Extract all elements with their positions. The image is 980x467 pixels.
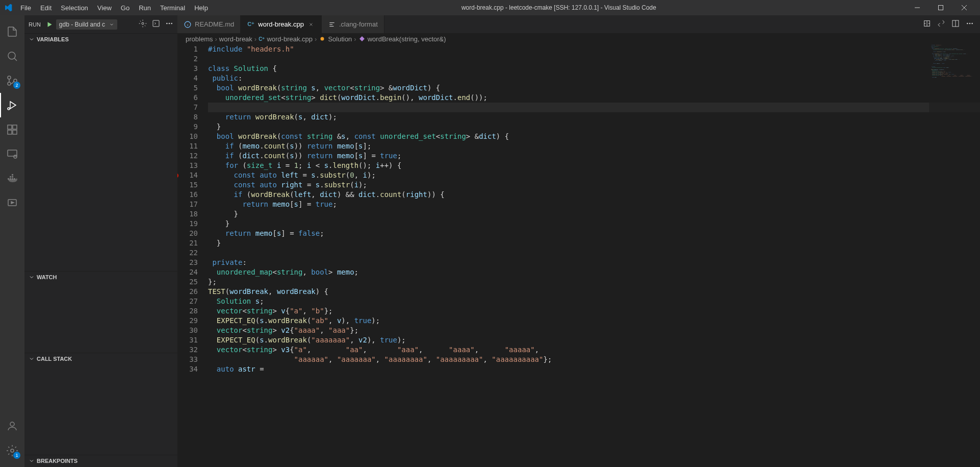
variables-panel: VARIABLES [24, 33, 177, 271]
svg-marker-21 [47, 22, 51, 27]
svg-rect-12 [13, 125, 17, 129]
scm-tab[interactable]: 2 [0, 68, 24, 93]
live-share-tab[interactable] [0, 191, 24, 215]
minimap[interactable]: #include "headers.h" class Solution { pu… [929, 44, 980, 467]
callstack-header[interactable]: CALL STACK [24, 353, 177, 364]
svg-point-39 [967, 23, 968, 24]
tab-icon [184, 20, 192, 29]
svg-point-4 [8, 52, 15, 59]
svg-marker-9 [10, 102, 16, 109]
gear-icon[interactable] [139, 19, 147, 29]
start-debug-button[interactable] [46, 21, 53, 28]
svg-line-5 [14, 58, 17, 61]
svg-point-6 [8, 76, 11, 79]
tab-README-md[interactable]: README.md [177, 15, 241, 33]
svg-rect-1 [939, 6, 943, 10]
breadcrumb-item[interactable]: word-break [219, 35, 252, 43]
menu-go[interactable]: Go [117, 2, 134, 14]
search-tab[interactable] [0, 44, 24, 68]
breadcrumb-item[interactable]: problems [186, 35, 213, 43]
callstack-panel: CALL STACK [24, 353, 177, 455]
window-controls [906, 0, 976, 15]
extensions-tab[interactable] [0, 117, 24, 142]
tab-icon [328, 20, 336, 29]
svg-point-25 [169, 23, 170, 24]
svg-point-7 [8, 82, 11, 85]
tab-word-break-cpp[interactable]: C⁺word-break.cpp [241, 15, 322, 33]
run-debug-tab[interactable] [0, 93, 24, 117]
menu-terminal[interactable]: Terminal [156, 2, 189, 14]
svg-point-24 [166, 23, 168, 24]
breadcrumbs[interactable]: problems›word-break›C⁺ word-break.cpp› S… [177, 33, 980, 44]
breadcrumb-item[interactable]: C⁺ word-break.cpp [259, 35, 313, 43]
run-label: RUN [29, 21, 41, 28]
breakpoint-marker[interactable] [177, 173, 178, 178]
breadcrumb-item[interactable]: Solution [319, 35, 352, 43]
svg-marker-18 [11, 202, 14, 204]
svg-rect-11 [8, 125, 12, 129]
remote-explorer-tab[interactable] [0, 142, 24, 166]
settings-badge: 1 [13, 452, 20, 459]
breadcrumb-item[interactable]: wordBreak(string, vector&) [358, 35, 446, 43]
menu-edit[interactable]: Edit [36, 2, 56, 14]
explorer-tab[interactable] [0, 19, 24, 44]
tab-icon: C⁺ [247, 20, 255, 29]
svg-point-22 [142, 22, 144, 24]
svg-rect-13 [8, 130, 12, 134]
sidebar: RUN gdb - Build and c [24, 15, 177, 467]
accounts-button[interactable] [0, 414, 24, 438]
svg-point-42 [321, 37, 324, 41]
watch-header[interactable]: WATCH [24, 272, 177, 283]
vscode-logo-icon [4, 4, 12, 12]
scm-badge: 2 [13, 82, 20, 89]
breakpoints-header[interactable]: BREAKPOINTS [24, 455, 177, 466]
tab--clang-format[interactable]: .clang-format [322, 15, 384, 33]
watch-panel: WATCH [24, 271, 177, 353]
menu-run[interactable]: Run [135, 2, 155, 14]
split-editor-icon[interactable] [951, 19, 960, 29]
debug-config-dropdown[interactable]: gdb - Build and c [56, 19, 117, 30]
svg-point-41 [971, 23, 973, 24]
maximize-button[interactable] [929, 0, 952, 15]
menu-file[interactable]: File [16, 2, 35, 14]
menu-view[interactable]: View [93, 2, 116, 14]
compare-icon[interactable] [923, 19, 931, 29]
breakpoints-panel: BREAKPOINTS ✓ word-break.cpp problems/wo… [24, 455, 177, 467]
close-button[interactable] [952, 0, 976, 15]
menu-selection[interactable]: Selection [57, 2, 92, 14]
debug-console-icon[interactable] [152, 19, 160, 29]
close-icon[interactable] [307, 20, 315, 29]
svg-rect-43 [359, 36, 365, 41]
activity-bar: 2 1 [0, 15, 24, 467]
more-actions-icon[interactable] [966, 19, 974, 29]
run-header: RUN gdb - Build and c [24, 15, 177, 33]
svg-point-40 [969, 23, 971, 24]
svg-point-19 [10, 422, 14, 426]
menu-help[interactable]: Help [190, 2, 212, 14]
svg-point-16 [14, 155, 17, 158]
more-icon[interactable] [165, 19, 173, 29]
code-editor[interactable]: 1234567891011121314151617181920212223242… [177, 44, 980, 467]
svg-point-26 [171, 23, 172, 24]
window-title: word-break.cpp - leetcode-cmake [SSH: 12… [212, 4, 906, 11]
docker-tab[interactable] [0, 166, 24, 191]
editor-area: README.mdC⁺word-break.cpp.clang-format p… [177, 15, 980, 467]
svg-point-20 [11, 449, 14, 452]
tabs-bar: README.mdC⁺word-break.cpp.clang-format [177, 15, 980, 33]
run-icon[interactable] [937, 19, 945, 29]
minimize-button[interactable] [906, 0, 929, 15]
menu-bar: FileEditSelectionViewGoRunTerminalHelp [16, 2, 212, 14]
settings-gear-button[interactable]: 1 [0, 438, 24, 463]
svg-rect-14 [13, 130, 17, 134]
svg-point-10 [8, 108, 10, 110]
variables-header[interactable]: VARIABLES [24, 34, 177, 45]
title-bar: FileEditSelectionViewGoRunTerminalHelp w… [0, 0, 980, 15]
